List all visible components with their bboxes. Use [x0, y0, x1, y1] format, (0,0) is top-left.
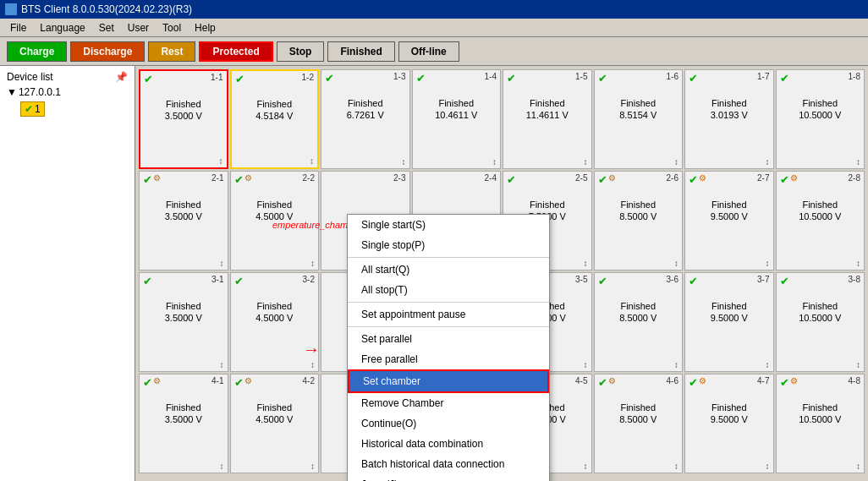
- main-content: Device list 📌 ▼ 127.0.0.1 ✔ 1 ✔1-1Finish…: [0, 66, 868, 481]
- cell-voltage: 3.5000 V: [165, 111, 202, 121]
- channel-cell-4-7[interactable]: ✔⚙4-7Finished9.5000 V↕: [684, 374, 774, 473]
- toolbar-btn-offline[interactable]: Off-line: [398, 41, 459, 62]
- channel-cell-1-8[interactable]: ✔1-8Finished10.5000 V↕: [776, 69, 865, 169]
- channel-cell-2-6[interactable]: ✔⚙2-6Finished8.5000 V↕: [594, 171, 684, 271]
- sidebar: Device list 📌 ▼ 127.0.0.1 ✔ 1: [0, 66, 135, 481]
- cell-status: Finished: [256, 300, 292, 313]
- cell-id: 1-4: [485, 72, 497, 81]
- channel-cell-1-5[interactable]: ✔1-5Finished11.4611 V↕: [503, 69, 592, 169]
- cell-footer-icon: ↕: [674, 360, 678, 369]
- channel-badge: ✔ 1: [20, 101, 45, 117]
- status-icon-green: ✔: [689, 275, 698, 287]
- channel-cell-3-2[interactable]: ✔3-2Finished4.5000 V↕→: [230, 272, 320, 372]
- channel-cell-1-7[interactable]: ✔1-7Finished3.0193 V↕: [684, 69, 774, 169]
- ctx-item-singlestarts[interactable]: Single start(S): [348, 215, 549, 235]
- status-icon-green: ✔: [598, 173, 607, 186]
- cell-status: Finished: [256, 402, 292, 414]
- cell-footer-icon: ↕: [492, 157, 497, 167]
- arrow-right-icon: →: [303, 340, 320, 359]
- toolbar: ChargeDischargeRestProtectedStopFinished…: [0, 37, 868, 66]
- ctx-item-removechamber[interactable]: Remove Chamber: [348, 393, 549, 413]
- cell-voltage: 4.5184 V: [255, 111, 293, 121]
- ctx-item-setparallel[interactable]: Set parallel: [348, 329, 549, 349]
- cell-id: 1-6: [667, 72, 678, 81]
- status-icon-green: ✔: [689, 72, 698, 85]
- ctx-item-batchhistoricaldataconnection[interactable]: Batch historical data connection: [348, 454, 549, 474]
- channel-cell-4-6[interactable]: ✔⚙4-6Finished8.5000 V↕: [594, 374, 684, 473]
- titlebar: BTS Client 8.0.0.530(2024.02.23)(R3): [0, 0, 868, 19]
- cell-footer-icon: ↕: [674, 259, 678, 268]
- ctx-item-allstartq[interactable]: All start(Q): [348, 260, 549, 280]
- menu-item-file[interactable]: File: [3, 20, 33, 36]
- ctx-item-jumpj[interactable]: Jump(J): [348, 474, 549, 481]
- toolbar-btn-charge[interactable]: Charge: [7, 41, 67, 62]
- cell-footer-icon: ↕: [856, 259, 860, 268]
- cell-voltage: 4.5000 V: [255, 414, 293, 424]
- cell-id: 1-8: [849, 72, 860, 81]
- cell-voltage: 10.4611 V: [435, 110, 477, 120]
- toolbar-btn-stop[interactable]: Stop: [277, 41, 325, 62]
- status-icon-green: ✔: [598, 275, 607, 287]
- channel-cell-2-7[interactable]: ✔⚙2-7Finished9.5000 V↕: [684, 171, 774, 271]
- ctx-item-singlestopp[interactable]: Single stop(P): [348, 235, 549, 255]
- cell-footer-icon: ↕: [856, 360, 860, 369]
- menu-item-set[interactable]: Set: [92, 20, 121, 36]
- ctx-item-setchamber[interactable]: Set chamber: [348, 369, 549, 393]
- channel-cell-4-1[interactable]: ✔⚙4-1Finished3.5000 V↕: [139, 374, 228, 473]
- channel-cell-1-4[interactable]: ✔1-4Finished10.4611 V↕: [412, 69, 502, 169]
- channel-cell-3-6[interactable]: ✔3-6Finished8.5000 V↕: [594, 272, 684, 372]
- channel-cell-1-3[interactable]: ✔1-3Finished6.7261 V↕: [321, 69, 410, 169]
- toolbar-btn-discharge[interactable]: Discharge: [70, 41, 145, 62]
- menu-item-language[interactable]: Language: [33, 20, 91, 36]
- app-icon: [5, 3, 17, 15]
- status-icon-green: ✔: [325, 72, 334, 85]
- toolbar-btn-finished[interactable]: Finished: [327, 41, 394, 62]
- ctx-item-continueo[interactable]: Continue(O): [348, 413, 549, 434]
- channel-cell-3-8[interactable]: ✔3-8Finished10.5000 V↕: [776, 272, 865, 372]
- ctx-item-historicaldatacombination[interactable]: Historical data combination: [348, 434, 549, 454]
- cell-footer-icon: ↕: [584, 462, 588, 471]
- cell-id: 2-4: [485, 173, 497, 183]
- status-icon-green: ✔: [507, 72, 516, 85]
- channel-cell-1-2[interactable]: ✔1-2Finished4.5184 V↕: [230, 69, 320, 169]
- cell-footer-icon: ↕: [584, 259, 588, 268]
- channel-cell-1-1[interactable]: ✔1-1Finished3.5000 V↕: [139, 69, 228, 169]
- cell-status: Finished: [256, 199, 292, 211]
- channel-cell-2-8[interactable]: ✔⚙2-8Finished10.5000 V↕: [776, 171, 865, 271]
- menu-item-tool[interactable]: Tool: [156, 20, 188, 36]
- toolbar-btn-rest[interactable]: Rest: [148, 41, 195, 62]
- status-icon-green: ✔: [143, 275, 152, 287]
- cell-footer-icon: ↕: [310, 259, 315, 268]
- channel-cell-4-8[interactable]: ✔⚙4-8Finished10.5000 V↕: [776, 374, 865, 473]
- cell-id: 1-5: [575, 72, 587, 81]
- cell-footer-icon: ↕: [402, 157, 406, 167]
- cell-status: Finished: [802, 97, 838, 110]
- channel-cell-2-1[interactable]: ✔⚙2-1Finished3.5000 V↕: [139, 171, 228, 271]
- cell-status: Finished: [802, 402, 838, 414]
- status-icon-green: ✔: [507, 173, 516, 186]
- cell-voltage: 8.5000 V: [619, 211, 656, 221]
- channel-cell-3-7[interactable]: ✔3-7Finished9.5000 V↕: [684, 272, 774, 372]
- cell-voltage: 8.5154 V: [619, 110, 656, 120]
- ctx-item-freeparallel[interactable]: Free parallel: [348, 349, 549, 369]
- device-node[interactable]: ▼ 127.0.0.1: [3, 85, 131, 100]
- channel-cell-3-1[interactable]: ✔3-1Finished3.5000 V↕: [139, 272, 228, 372]
- cell-id: 3-1: [212, 275, 223, 284]
- cell-id: 2-6: [667, 173, 678, 183]
- menu-item-help[interactable]: Help: [188, 20, 222, 36]
- titlebar-title: BTS Client 8.0.0.530(2024.02.23)(R3): [21, 3, 192, 15]
- menu-item-user[interactable]: User: [121, 20, 156, 36]
- cell-status: Finished: [620, 199, 656, 211]
- ctx-separator: [348, 302, 549, 303]
- warning-icon: ⚙: [244, 376, 252, 385]
- channel-node[interactable]: ✔ 1: [3, 100, 131, 118]
- ctx-item-allstopt[interactable]: All stop(T): [348, 280, 549, 300]
- channel-cell-1-6[interactable]: ✔1-6Finished8.5154 V↕: [594, 69, 684, 169]
- cell-footer-icon: ↕: [856, 462, 860, 471]
- ctx-item-setappointmentpause[interactable]: Set appointment pause: [348, 304, 549, 325]
- cell-id: 4-7: [757, 376, 769, 385]
- warning-icon: ⚙: [699, 173, 706, 183]
- status-icon-green: ✔: [144, 73, 153, 85]
- toolbar-btn-protected[interactable]: Protected: [199, 41, 272, 62]
- channel-cell-4-2[interactable]: ✔⚙4-2Finished4.5000 V↕: [230, 374, 320, 473]
